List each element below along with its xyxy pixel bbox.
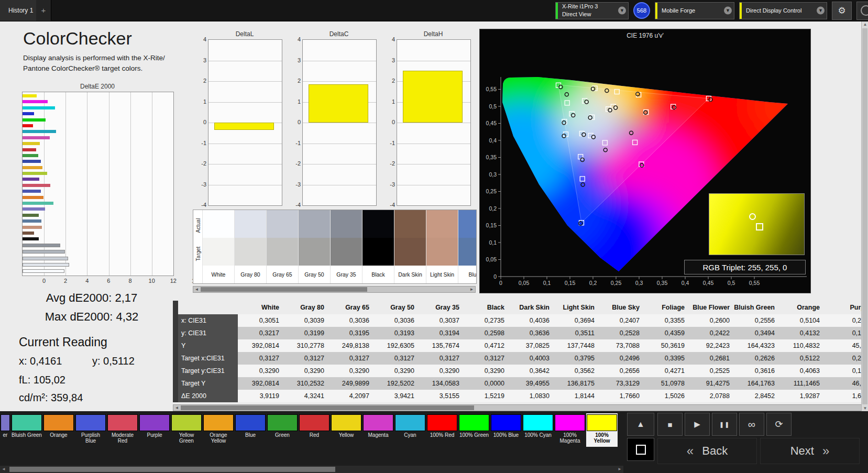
cie-x-tick-label: 0,15 bbox=[565, 280, 576, 286]
patch-color-swatch bbox=[491, 414, 521, 431]
deltae2000-x-tick-label: 10 bbox=[146, 278, 158, 284]
table-scrollbar[interactable]: ◄ ► bbox=[173, 404, 868, 411]
delta-chart-plot bbox=[397, 39, 471, 206]
table-cell: 0,2496 bbox=[598, 352, 643, 365]
meter-dropdown[interactable]: X-Rite i1Pro 3 Direct View ▼ bbox=[555, 2, 629, 19]
display-window-button[interactable] bbox=[627, 438, 654, 461]
table-cell: 3,5155 bbox=[418, 390, 463, 402]
table-row: Target y:CIE310,32900,32900,32900,32900,… bbox=[173, 365, 868, 377]
cie-y-axis-ticks: 00,050,10,150,20,250,30,350,40,450,50,55 bbox=[486, 86, 501, 280]
refresh-button[interactable]: ⟳ bbox=[766, 413, 792, 436]
patch-button-yellow-green[interactable]: Yellow Green bbox=[171, 413, 202, 447]
cdm2-reading: cd/m²: 359,84 bbox=[19, 392, 83, 404]
deltae2000-plot bbox=[22, 92, 174, 276]
next-button[interactable]: Next » bbox=[760, 438, 860, 464]
scroll-up-icon[interactable]: ▲ bbox=[862, 21, 868, 28]
pause-button[interactable]: ❚❚ bbox=[712, 413, 737, 436]
patch-button-yellow[interactable]: Yellow bbox=[331, 413, 362, 447]
patch-button-magenta[interactable]: Magenta bbox=[362, 413, 394, 447]
scroll-left-icon[interactable]: ◄ bbox=[173, 405, 180, 411]
patch-button-100-magenta[interactable]: 100% Magenta bbox=[554, 413, 586, 447]
deltae-bar-100-green bbox=[23, 118, 46, 122]
patch-button-100-red[interactable]: 100% Red bbox=[426, 413, 458, 447]
table-row-label: Target x:CIE31 bbox=[178, 352, 238, 365]
table-row: Target Y392,0814310,2532249,9899192,5202… bbox=[173, 377, 868, 390]
scroll-left-icon[interactable]: ◄ bbox=[0, 466, 7, 473]
cie-y-tick-label: 0,45 bbox=[486, 120, 497, 126]
table-cell: 73,7088 bbox=[598, 339, 643, 352]
cie-y-tick-label: 0,4 bbox=[489, 137, 497, 144]
table-cell: 0,3127 bbox=[283, 352, 328, 365]
patch-button-cyan[interactable]: Cyan bbox=[394, 413, 426, 447]
main-vertical-scrollbar[interactable]: ▲ ▼ bbox=[861, 21, 868, 412]
deltae-bar-100-yellow bbox=[23, 94, 37, 97]
chevron-down-icon: ▼ bbox=[724, 7, 732, 15]
table-cell: 0,4271 bbox=[643, 365, 688, 377]
patch-button-blue[interactable]: Blue bbox=[235, 413, 266, 447]
patch-color-swatch bbox=[267, 414, 298, 431]
scrollbar-thumb[interactable] bbox=[9, 467, 335, 472]
patch-button-bluish-green[interactable]: Bluish Green bbox=[11, 413, 42, 447]
deltae2000-x-tick-label: 4 bbox=[81, 278, 93, 284]
table-cell: 0,4036 bbox=[508, 314, 553, 327]
table-corner-cell bbox=[178, 301, 238, 314]
back-button[interactable]: « Back bbox=[657, 438, 757, 464]
deltae-bar-dark-skin bbox=[23, 232, 34, 235]
patch-bar-scrollbar[interactable]: ◄ ► bbox=[0, 466, 623, 473]
patch-label: Red bbox=[299, 431, 329, 446]
scrollbar-thumb[interactable] bbox=[201, 287, 367, 292]
patch-button-green[interactable]: Green bbox=[267, 413, 298, 447]
deltae-bar-100-cyan bbox=[23, 106, 55, 109]
table-cell: 37,0825 bbox=[508, 339, 553, 352]
expand-patches-button[interactable]: ▲ bbox=[627, 413, 654, 436]
patch-button-er[interactable]: er bbox=[0, 413, 10, 447]
patch-button-orange-yellow[interactable]: Orange Yellow bbox=[203, 413, 234, 447]
delta-chart-deltac: DeltaC43210-1-2-3-4 bbox=[279, 30, 376, 211]
swatch-blue: Blue bbox=[458, 210, 477, 283]
table-cell: 73,3129 bbox=[598, 377, 643, 390]
clipped-toolbar-button[interactable] bbox=[856, 2, 868, 20]
patch-button-100-cyan[interactable]: 100% Cyan bbox=[522, 413, 554, 447]
patch-label: 100% Cyan bbox=[523, 431, 553, 446]
delta-gridline bbox=[208, 185, 282, 185]
deltae-bar-light-skin bbox=[23, 226, 42, 229]
table-cell: 91,4275 bbox=[688, 377, 733, 390]
patch-button-list: erBluish GreenOrangePurplish BlueModerat… bbox=[0, 413, 618, 447]
delta-chart-title: DeltaL bbox=[208, 30, 281, 38]
table-cell: 92,2423 bbox=[688, 339, 733, 352]
table-cell: 0,5122 bbox=[778, 352, 823, 365]
deltae-bar-purple bbox=[23, 178, 39, 181]
scrollbar-thumb[interactable] bbox=[181, 405, 474, 410]
play-button[interactable]: ▶ bbox=[685, 413, 710, 436]
display-control-dropdown[interactable]: Direct Display Control ▼ bbox=[739, 2, 827, 19]
delta-y-tick-label: 3 bbox=[288, 57, 301, 63]
scroll-left-icon[interactable]: ◄ bbox=[193, 287, 200, 292]
stop-button[interactable]: ■ bbox=[657, 413, 683, 436]
cie-y-tick-label: 0,3 bbox=[489, 171, 497, 178]
continuous-measure-button[interactable]: ∞ bbox=[739, 413, 764, 436]
patch-button-100-yellow[interactable]: 100% Yellow bbox=[586, 413, 618, 447]
patch-button-purplish-blue[interactable]: Purplish Blue bbox=[75, 413, 106, 447]
patch-button-100-green[interactable]: 100% Green bbox=[458, 413, 490, 447]
scrollbar-thumb[interactable] bbox=[862, 28, 867, 404]
cie-y-tick-label: 0,25 bbox=[486, 188, 497, 194]
patch-button-moderate-red[interactable]: Moderate Red bbox=[107, 413, 138, 447]
delta-y-tick-label: -2 bbox=[288, 160, 301, 167]
patch-button-orange[interactable]: Orange bbox=[43, 413, 74, 447]
delta-y-tick-label: 1 bbox=[382, 98, 395, 105]
swatch-target-color bbox=[299, 238, 330, 266]
add-tab-button[interactable]: + bbox=[36, 0, 51, 21]
swatch-white: White bbox=[202, 210, 234, 283]
patch-button-100-blue[interactable]: 100% Blue bbox=[490, 413, 522, 447]
swatch-strip-scrollbar[interactable]: ◄ ► bbox=[193, 286, 476, 293]
settings-button[interactable]: ⚙ bbox=[832, 2, 852, 20]
delta-bar bbox=[309, 84, 368, 123]
patch-button-red[interactable]: Red bbox=[299, 413, 330, 447]
table-header-cell: Light Skin bbox=[553, 301, 598, 314]
delta-y-tick-label: -3 bbox=[288, 181, 301, 188]
scroll-right-icon[interactable]: ► bbox=[616, 466, 623, 473]
patch-button-purple[interactable]: Purple bbox=[139, 413, 170, 447]
source-dropdown[interactable]: Mobile Forge ▼ bbox=[655, 2, 734, 19]
swatch-actual-color bbox=[362, 210, 394, 238]
scroll-right-icon[interactable]: ► bbox=[468, 287, 475, 292]
